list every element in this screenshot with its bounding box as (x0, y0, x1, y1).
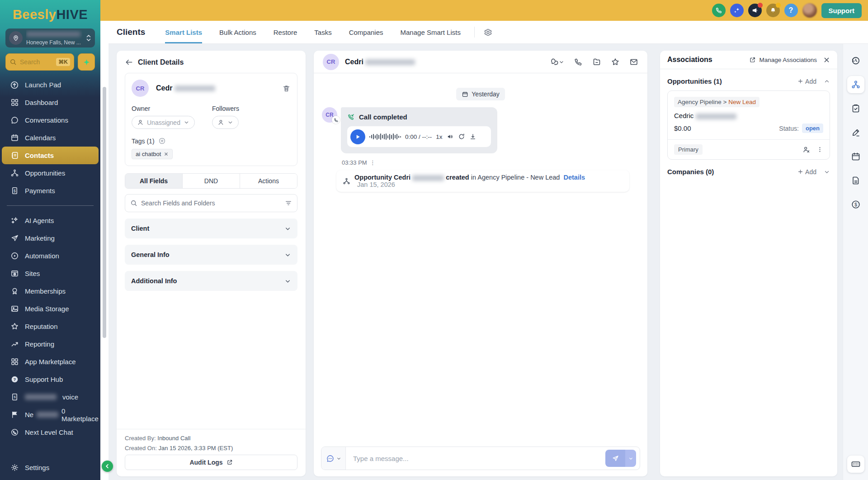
sidebar-item-support-hub[interactable]: ? Support Hub (2, 371, 99, 388)
download-icon[interactable] (469, 133, 476, 140)
channel-bubbles-icon[interactable] (549, 57, 564, 67)
add-company-button[interactable]: Add (797, 168, 816, 176)
email-envelope-icon[interactable] (629, 57, 638, 67)
tab-actions[interactable]: Actions (240, 174, 297, 188)
star-icon[interactable] (611, 57, 620, 67)
chevron-left-icon (105, 464, 110, 469)
volume-icon[interactable] (447, 133, 454, 140)
message-options-icon[interactable]: ⋮ (370, 159, 376, 166)
playback-rate[interactable]: 1x (436, 133, 442, 140)
add-opportunity-button[interactable]: Add (797, 78, 816, 85)
sidebar-item-reporting[interactable]: Reporting (2, 335, 99, 353)
associations-rail-icon[interactable] (847, 76, 864, 93)
sidebar-item-app-marketplace[interactable]: App Marketplace (2, 353, 99, 371)
call-phone-icon[interactable] (574, 57, 583, 67)
fields-search[interactable] (125, 194, 297, 212)
conversation-actions (549, 57, 638, 67)
appointments-calendar-icon[interactable] (847, 148, 864, 165)
followers-select[interactable] (212, 116, 239, 129)
tab-manage-smart-lists[interactable]: Manage Smart Lists (401, 21, 461, 43)
page-header: Clients Smart Lists Bulk Actions Restore… (100, 21, 868, 44)
add-tag-icon[interactable] (158, 137, 166, 145)
sidebar-item-marketing[interactable]: Marketing (2, 229, 99, 247)
sidebar-item-opportunities[interactable]: Opportunities (2, 164, 99, 182)
section-client[interactable]: Client (125, 219, 297, 238)
tab-tasks[interactable]: Tasks (314, 21, 331, 43)
send-button[interactable] (605, 450, 636, 467)
sidebar-item-settings[interactable]: Settings (2, 459, 99, 476)
section-general-info[interactable]: General Info (125, 245, 297, 265)
owner-select[interactable]: Unassigned (132, 116, 195, 129)
dialer-phone-icon[interactable] (712, 4, 726, 17)
tab-bulk-actions[interactable]: Bulk Actions (219, 21, 256, 43)
announcements-megaphone-icon[interactable] (748, 4, 762, 17)
sidebar-collapse-button[interactable] (102, 461, 113, 472)
send-plane-icon[interactable] (605, 450, 625, 467)
smart-lists-settings-gear-icon[interactable] (484, 28, 492, 37)
sidebar-item-contacts[interactable]: Contacts (2, 147, 99, 164)
sidebar-item-automation[interactable]: Automation (2, 247, 99, 265)
opportunity-card[interactable]: Agency Pipeline > New Lead Cedric $0.00 … (667, 90, 830, 160)
sidebar-item-ai-agents[interactable]: AI Agents (2, 212, 99, 229)
event-details-link[interactable]: Details (563, 174, 585, 181)
audit-logs-button[interactable]: Audit Logs (125, 455, 297, 470)
fields-search-input[interactable] (141, 200, 281, 207)
sidebar-item-conversations[interactable]: Conversations (2, 111, 99, 129)
notes-pencil-icon[interactable] (847, 124, 864, 141)
sidebar-item-memberships[interactable]: Memberships (2, 282, 99, 300)
chevron-down-icon[interactable] (824, 169, 830, 175)
spark-icon (83, 58, 90, 66)
sidebar-item-payments[interactable]: $ Payments (2, 182, 99, 200)
activity-history-icon[interactable] (847, 52, 864, 69)
back-arrow-icon[interactable] (125, 58, 133, 67)
message-input[interactable] (346, 455, 605, 462)
play-button[interactable] (350, 129, 365, 144)
remove-association-person-icon[interactable] (802, 146, 810, 153)
chevron-up-icon[interactable] (824, 78, 830, 85)
audio-waveform[interactable] (369, 133, 401, 140)
sidebar-scrollbar-thumb[interactable] (103, 87, 106, 338)
delete-contact-icon[interactable] (282, 84, 291, 93)
sidebar-item-reputation[interactable]: Reputation (2, 318, 99, 335)
sidebar-item-sites[interactable]: Sites (2, 265, 99, 282)
global-search-input[interactable]: Search ⌘K (5, 53, 74, 71)
notifications-bell-icon[interactable] (766, 4, 780, 17)
sidebar-item-media-storage[interactable]: Media Storage (2, 300, 99, 318)
sidebar-item-calendars[interactable]: Calendars (2, 129, 99, 147)
archive-folder-icon[interactable] (592, 57, 601, 67)
close-icon[interactable] (823, 57, 830, 63)
section-additional-info[interactable]: Additional Info (125, 271, 297, 291)
svg-text:$: $ (14, 395, 16, 399)
tab-restore[interactable]: Restore (274, 21, 297, 43)
tab-smart-lists[interactable]: Smart Lists (165, 21, 202, 43)
sidebar-scrollbar-track[interactable] (100, 21, 108, 480)
sidebar-item-marketplace[interactable]: Ne 0 Marketplace (2, 406, 99, 423)
sidebar-item-launch-pad[interactable]: Launch Pad (2, 76, 99, 94)
support-button[interactable]: Support (821, 3, 862, 18)
tab-all-fields[interactable]: All Fields (125, 174, 182, 188)
user-avatar[interactable] (802, 3, 817, 18)
keypad-icon[interactable] (847, 456, 864, 473)
sidebar-item-invoice[interactable]: $ voice (2, 388, 99, 406)
ai-spark-button[interactable] (78, 53, 95, 71)
remove-tag-icon[interactable] (164, 152, 169, 157)
manage-associations-link[interactable]: Manage Associations (749, 57, 817, 63)
redacted-label-part (37, 412, 58, 418)
help-circle-icon: ? (10, 375, 19, 384)
payments-dollar-icon[interactable]: $ (847, 196, 864, 213)
tab-companies[interactable]: Companies (349, 21, 383, 43)
tab-dnd[interactable]: DND (182, 174, 240, 188)
ai-sparkles-icon[interactable] (730, 4, 744, 17)
opportunity-options-kebab-icon[interactable] (816, 146, 823, 153)
documents-icon[interactable] (847, 172, 864, 189)
tag-chip[interactable]: ai chatbot (132, 149, 173, 159)
tasks-clipboard-icon[interactable] (847, 100, 864, 117)
help-icon[interactable]: ? (784, 4, 798, 17)
filter-icon[interactable] (285, 200, 292, 207)
sidebar-item-dashboard[interactable]: Dashboard (2, 94, 99, 111)
send-options-chevron-icon[interactable] (625, 450, 636, 467)
reload-icon[interactable] (458, 133, 465, 140)
channel-selector[interactable] (321, 447, 346, 470)
sidebar-item-next-level-chat[interactable]: Next Level Chat (2, 423, 99, 441)
location-switcher[interactable]: Honeoye Falls, New ... (5, 29, 95, 48)
